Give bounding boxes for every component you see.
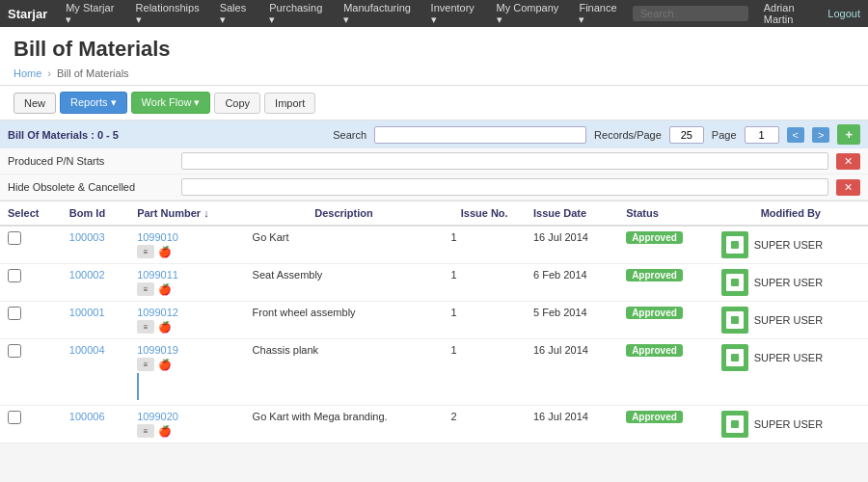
part-number-link[interactable]: 1099011 xyxy=(137,269,178,281)
status-badge: Approved xyxy=(626,231,683,244)
part-icon-list[interactable]: ≡ xyxy=(137,245,154,258)
part-icons: ≡🍎 xyxy=(137,424,236,438)
records-per-page-input[interactable] xyxy=(669,126,704,144)
bom-id-link[interactable]: 100004 xyxy=(69,344,105,356)
part-icon-list[interactable]: ≡ xyxy=(137,424,154,438)
row-part-number: 1099020≡🍎 xyxy=(129,406,244,443)
row-modified-by: SUPER USER xyxy=(714,339,868,406)
part-icon-list[interactable]: ≡ xyxy=(137,358,154,371)
filter-bar: Bill Of Materials : 0 - 5 Search Records… xyxy=(0,120,868,148)
row-status: Approved xyxy=(618,339,713,406)
row-checkbox[interactable] xyxy=(8,344,21,358)
row-description: Front wheel assembly xyxy=(245,302,444,339)
workflow-button[interactable]: Work Flow ▾ xyxy=(131,92,211,114)
part-icon-apple[interactable]: 🍎 xyxy=(158,321,172,334)
filter-hide-obsolete-input[interactable] xyxy=(181,178,828,196)
filter-hide-obsolete-remove[interactable]: ✕ xyxy=(836,179,860,196)
part-icon-apple[interactable]: 🍎 xyxy=(158,359,172,371)
avatar-cell: SUPER USER xyxy=(721,411,860,438)
avatar xyxy=(721,411,748,438)
status-badge: Approved xyxy=(626,411,683,423)
part-vertical-line xyxy=(137,373,139,400)
avatar-inner xyxy=(726,274,744,291)
avatar-inner xyxy=(726,311,744,329)
nav-search-input[interactable] xyxy=(633,6,748,21)
bom-id-link[interactable]: 100002 xyxy=(69,269,105,281)
avatar-dot xyxy=(731,241,739,249)
modified-by-name: SUPER USER xyxy=(754,277,824,288)
bom-id-link[interactable]: 100006 xyxy=(69,411,105,422)
filter-hide-obsolete-label: Hide Obsolete & Cancelled xyxy=(8,181,181,193)
row-checkbox[interactable] xyxy=(8,269,21,282)
row-issue-date: 16 Jul 2014 xyxy=(526,339,618,406)
import-button[interactable]: Import xyxy=(264,93,315,114)
row-description: Go Kart xyxy=(245,226,444,264)
part-number-link[interactable]: 1099020 xyxy=(137,411,178,422)
nav-item-purchasing[interactable]: Purchasing ▾ xyxy=(262,0,333,29)
filter-rows: Produced P/N Starts ✕ Hide Obsolete & Ca… xyxy=(0,148,868,201)
part-icon-apple[interactable]: 🍎 xyxy=(158,246,172,258)
part-icon-apple[interactable]: 🍎 xyxy=(158,425,172,438)
col-description: Description xyxy=(245,201,444,226)
nav-item-manufacturing[interactable]: Manufacturing ▾ xyxy=(337,0,420,29)
bom-id-link[interactable]: 100003 xyxy=(69,231,105,243)
col-issue-date[interactable]: Issue Date xyxy=(526,201,618,226)
top-navigation: Starjar My Starjar ▾ Relationships ▾ Sal… xyxy=(0,0,868,27)
filter-produced-pn-input[interactable] xyxy=(181,152,828,170)
nav-item-relationships[interactable]: Relationships ▾ xyxy=(129,0,209,29)
reports-button[interactable]: Reports ▾ xyxy=(60,92,127,114)
part-icon-apple[interactable]: 🍎 xyxy=(158,283,172,296)
part-number-link[interactable]: 1099010 xyxy=(137,231,178,243)
part-number-link[interactable]: 1099019 xyxy=(137,344,178,356)
nav-item-mystarjar[interactable]: My Starjar ▾ xyxy=(59,0,124,29)
part-icon-list[interactable]: ≡ xyxy=(137,282,154,296)
status-badge: Approved xyxy=(626,307,683,319)
search-input[interactable] xyxy=(374,126,586,144)
add-record-button[interactable]: + xyxy=(837,124,860,145)
row-status: Approved xyxy=(618,264,713,302)
avatar-dot xyxy=(731,279,739,286)
nav-item-sales[interactable]: Sales ▾ xyxy=(213,0,259,29)
filter-produced-pn-remove[interactable]: ✕ xyxy=(836,153,860,170)
part-icon-list[interactable]: ≡ xyxy=(137,320,154,334)
col-select: Select xyxy=(0,201,62,226)
breadcrumb-separator: › xyxy=(47,67,51,79)
part-number-link[interactable]: 1099012 xyxy=(137,307,178,318)
status-badge: Approved xyxy=(626,269,683,281)
row-part-number: 1099012≡🍎 xyxy=(129,302,244,339)
row-issue-date: 16 Jul 2014 xyxy=(526,406,618,443)
avatar xyxy=(721,269,748,296)
table-header-row: Select Bom Id Part Number ↓ Description … xyxy=(0,201,868,226)
next-page-button[interactable]: > xyxy=(812,127,829,143)
new-button[interactable]: New xyxy=(14,93,56,114)
bom-id-link[interactable]: 100001 xyxy=(69,307,105,318)
row-checkbox[interactable] xyxy=(8,411,21,424)
page-title: Bill of Materials xyxy=(14,37,854,62)
nav-item-inventory[interactable]: Inventory ▾ xyxy=(424,0,486,29)
nav-item-finance[interactable]: Finance ▾ xyxy=(572,0,628,29)
col-part-number[interactable]: Part Number ↓ xyxy=(129,201,244,226)
table-container: Select Bom Id Part Number ↓ Description … xyxy=(0,201,868,443)
prev-page-button[interactable]: < xyxy=(787,127,804,143)
col-bom-id[interactable]: Bom Id xyxy=(62,201,129,226)
brand-logo[interactable]: Starjar xyxy=(8,7,47,21)
breadcrumb-home[interactable]: Home xyxy=(14,67,41,79)
row-part-number: 1099019≡🍎 xyxy=(129,339,244,406)
search-label: Search xyxy=(333,129,366,141)
row-modified-by: SUPER USER xyxy=(714,302,868,339)
page-input[interactable] xyxy=(745,126,779,144)
nav-item-mycompany[interactable]: My Company ▾ xyxy=(490,0,569,29)
breadcrumb: Home › Bill of Materials xyxy=(14,67,854,79)
row-checkbox[interactable] xyxy=(8,231,21,245)
avatar-inner xyxy=(726,349,744,366)
modified-by-name: SUPER USER xyxy=(754,239,824,251)
row-part-number: 1099010≡🍎 xyxy=(129,226,244,264)
row-bom-id: 100006 xyxy=(62,406,129,443)
copy-button[interactable]: Copy xyxy=(214,93,260,114)
col-issue-no[interactable]: Issue No. xyxy=(443,201,526,226)
nav-logout[interactable]: Logout xyxy=(827,8,860,19)
row-part-number: 1099011≡🍎 xyxy=(129,264,244,302)
row-checkbox[interactable] xyxy=(8,307,21,320)
col-status[interactable]: Status xyxy=(618,201,713,226)
modified-by-name: SUPER USER xyxy=(754,314,824,326)
